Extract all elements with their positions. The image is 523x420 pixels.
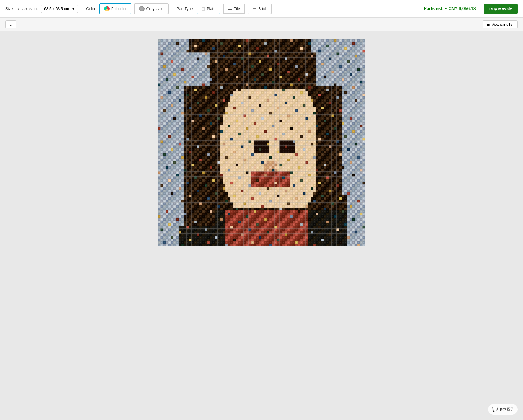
watermark-text: 积木圈子 [500,407,514,412]
sub-toolbar: al ☰ View parts list [0,18,523,31]
part-type-section: Part Type: ⊟ Plate ▬ Tile ▭ Brick [177,4,272,14]
view-parts-label: View parts list [492,22,513,26]
full-color-button[interactable]: Full color [99,3,132,14]
price-section: Parts est. ~ CNY 6,056.13 [424,6,476,11]
color-section: Color: Full color Greyscale [86,3,168,14]
full-color-label: Full color [111,7,127,11]
brick-icon: ▭ [253,6,257,11]
greyscale-label: Greyscale [146,7,163,11]
main-content [0,31,523,255]
watermark: 💬 积木圈子 [488,404,518,415]
color-label: Color: [86,7,96,11]
plate-icon: ⊟ [202,6,205,11]
plate-button[interactable]: ⊟ Plate [197,4,220,14]
mosaic-container [158,39,365,246]
watermark-icon: 💬 [492,406,498,412]
view-parts-button[interactable]: ☰ View parts list [483,20,518,28]
greyscale-icon [139,6,145,11]
toolbar: Size: 80 x 80 Studs 63.5 x 63.5 cm ▼ Col… [0,0,523,18]
brick-button[interactable]: ▭ Brick [248,4,272,14]
list-icon: ☰ [487,22,490,26]
plate-label: Plate [207,7,215,11]
tile-icon: ▬ [228,6,232,11]
size-dropdown[interactable]: 63.5 x 63.5 cm ▼ [41,5,78,13]
size-value: 63.5 x 63.5 cm [44,7,69,11]
greyscale-button[interactable]: Greyscale [134,3,168,14]
part-type-label: Part Type: [177,7,194,11]
chevron-down-icon: ▼ [71,7,75,11]
tile-button[interactable]: ▬ Tile [223,4,245,14]
lego-mosaic-canvas [158,39,365,246]
buy-mosaic-button[interactable]: Buy Mosaic [484,4,518,14]
size-studs: 80 x 80 Studs [17,7,38,11]
brick-label: Brick [258,7,267,11]
price-estimate: Parts est. ~ CNY 6,056.13 [424,6,476,11]
full-color-icon [104,6,110,11]
size-label: Size: [5,7,14,11]
original-tab[interactable]: al [5,20,16,28]
size-section: Size: 80 x 80 Studs 63.5 x 63.5 cm ▼ [5,5,78,13]
tile-label: Tile [234,7,240,11]
